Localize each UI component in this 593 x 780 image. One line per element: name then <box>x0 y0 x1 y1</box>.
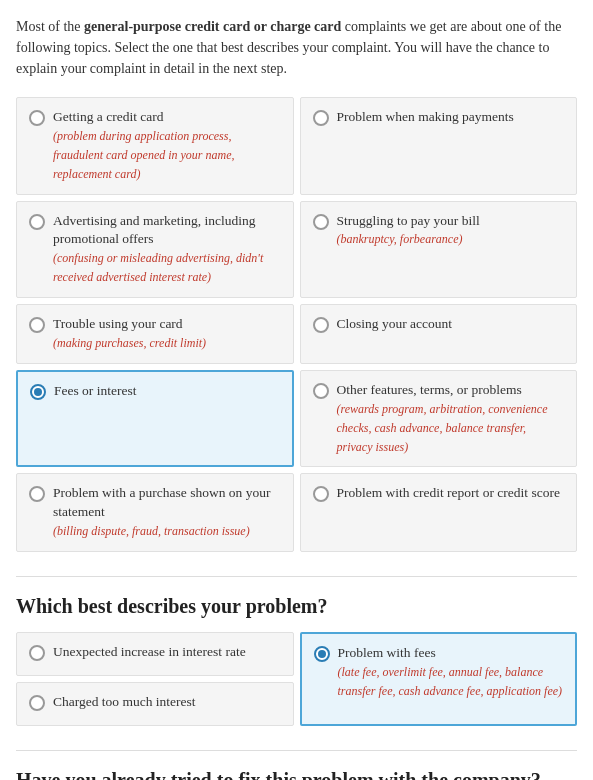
sub-options-grid: Unexpected increase in interest rate Pro… <box>16 632 577 726</box>
intro-text: Most of the general-purpose credit card … <box>16 16 577 79</box>
option-label-problem-credit-report: Problem with credit report or credit sco… <box>337 485 560 500</box>
option-label-other-features: Other features, terms, or problems <box>337 382 522 397</box>
option-getting-credit-card[interactable]: Getting a credit card (problem during ap… <box>16 97 294 195</box>
divider-1 <box>16 576 577 577</box>
divider-2 <box>16 750 577 751</box>
option-label-problem-payments: Problem when making payments <box>337 109 514 124</box>
option-advertising-marketing[interactable]: Advertising and marketing, including pro… <box>16 201 294 299</box>
option-sub-getting-credit-card: (problem during application process, fra… <box>53 129 235 181</box>
option-trouble-using-card[interactable]: Trouble using your card (making purchase… <box>16 304 294 364</box>
radio-struggling-pay <box>313 214 329 230</box>
option-sub-advertising-marketing: (confusing or misleading advertising, di… <box>53 251 263 284</box>
option-sub-trouble-using-card: (making purchases, credit limit) <box>53 336 206 350</box>
option-fees-interest[interactable]: Fees or interest <box>16 370 294 468</box>
option-label-advertising-marketing: Advertising and marketing, including pro… <box>53 213 255 247</box>
option-sub-other-features: (rewards program, arbitration, convenien… <box>337 402 548 454</box>
option-closing-account[interactable]: Closing your account <box>300 304 578 364</box>
radio-trouble-using-card <box>29 317 45 333</box>
sub-option-label-charged-too-much: Charged too much interest <box>53 694 196 709</box>
option-problem-purchase[interactable]: Problem with a purchase shown on your st… <box>16 473 294 552</box>
option-sub-problem-purchase: (billing dispute, fraud, transaction iss… <box>53 524 250 538</box>
option-struggling-pay[interactable]: Struggling to pay your bill (bankruptcy,… <box>300 201 578 299</box>
radio-charged-too-much <box>29 695 45 711</box>
main-options-grid: Getting a credit card (problem during ap… <box>16 97 577 552</box>
radio-problem-payments <box>313 110 329 126</box>
option-label-closing-account: Closing your account <box>337 316 452 331</box>
option-problem-credit-report[interactable]: Problem with credit report or credit sco… <box>300 473 578 552</box>
radio-advertising-marketing <box>29 214 45 230</box>
option-label-getting-credit-card: Getting a credit card <box>53 109 164 124</box>
option-label-fees-interest: Fees or interest <box>54 383 136 398</box>
section2-title: Which best describes your problem? <box>16 595 577 618</box>
option-other-features[interactable]: Other features, terms, or problems (rewa… <box>300 370 578 468</box>
radio-problem-purchase <box>29 486 45 502</box>
radio-unexpected-increase <box>29 645 45 661</box>
sub-option-sub-problem-fees: (late fee, overlimit fee, annual fee, ba… <box>338 665 563 698</box>
option-sub-struggling-pay: (bankruptcy, forbearance) <box>337 232 463 246</box>
sub-option-charged-too-much[interactable]: Charged too much interest <box>16 682 294 726</box>
radio-fees-interest <box>30 384 46 400</box>
radio-problem-credit-report <box>313 486 329 502</box>
radio-other-features <box>313 383 329 399</box>
radio-closing-account <box>313 317 329 333</box>
sub-option-unexpected-increase[interactable]: Unexpected increase in interest rate <box>16 632 294 676</box>
option-problem-payments[interactable]: Problem when making payments <box>300 97 578 195</box>
section3-title: Have you already tried to fix this probl… <box>16 769 577 780</box>
fix-section: Have you already tried to fix this probl… <box>16 769 577 780</box>
option-label-problem-purchase: Problem with a purchase shown on your st… <box>53 485 270 519</box>
option-label-struggling-pay: Struggling to pay your bill <box>337 213 480 228</box>
sub-option-label-unexpected-increase: Unexpected increase in interest rate <box>53 644 246 659</box>
radio-getting-credit-card <box>29 110 45 126</box>
sub-option-problem-fees[interactable]: Problem with fees (late fee, overlimit f… <box>300 632 578 726</box>
sub-option-label-problem-fees: Problem with fees <box>338 645 436 660</box>
option-label-trouble-using-card: Trouble using your card <box>53 316 183 331</box>
radio-problem-fees <box>314 646 330 662</box>
